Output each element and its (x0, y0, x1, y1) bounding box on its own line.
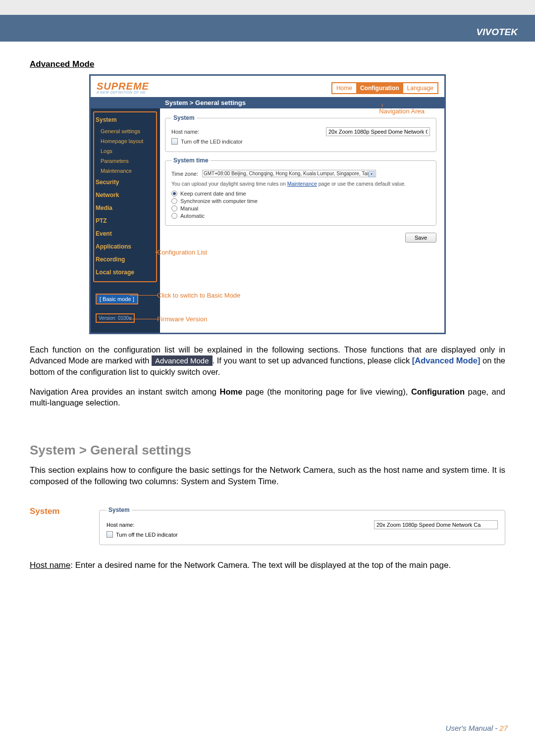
sidebar-item-ptz[interactable]: PTZ (91, 214, 160, 227)
logo-tagline: A NEW DEFINITION OF HD (97, 91, 149, 94)
sidebar-sub-logs[interactable]: Logs (91, 146, 160, 156)
sidebar-sub-general[interactable]: General settings (91, 126, 160, 136)
advanced-mode-badge: Advanced Mode (152, 355, 212, 366)
snippet-host-input[interactable] (374, 520, 498, 529)
sidebar-item-recording[interactable]: Recording (91, 253, 160, 266)
radio-sync[interactable] (171, 198, 177, 204)
host-name-label: Host name: (171, 129, 199, 135)
top-bar (0, 0, 535, 15)
brand-bar (0, 15, 535, 41)
paragraph-3: This section explains how to configure t… (30, 465, 505, 488)
logo: SUPREME A NEW DEFINITION OF HD (97, 81, 149, 94)
timezone-select[interactable]: GMT+08:00 Beijing, Chongqing, Hong Kong,… (202, 170, 376, 177)
sidebar-sub-parameters[interactable]: Parameters (91, 156, 160, 166)
save-button[interactable]: Save (405, 233, 436, 243)
brand-name: VIVOTEK (477, 27, 518, 38)
system-time-legend: System time (171, 157, 211, 164)
radio-manual-label: Manual (180, 205, 198, 211)
breadcrumb: System > General settings (91, 97, 444, 108)
led-checkbox[interactable] (171, 138, 178, 145)
firmware-version: Version: 0100e (96, 313, 135, 323)
annotation-line-2 (155, 252, 159, 252)
maintenance-link[interactable]: Maintenance (287, 181, 317, 187)
system-snippet: System Host name: Turn off the LED indic… (99, 506, 505, 545)
annotation-config-list: Configuration List (157, 249, 207, 256)
config-screenshot: SUPREME A NEW DEFINITION OF HD Home Conf… (89, 74, 446, 334)
divider (0, 41, 535, 42)
system-time-fieldset: System time Time zone: GMT+08:00 Beijing… (165, 157, 436, 226)
annotation-basic-mode: Click to switch to Basic Mode (157, 292, 240, 299)
sidebar: System General settings Homepage layout … (91, 108, 160, 333)
heading-system-general: System > General settings (30, 443, 505, 458)
dst-note: You can upload your daylight saving time… (171, 180, 430, 188)
sidebar-sub-homepage[interactable]: Homepage layout (91, 136, 160, 146)
timezone-label: Time zone: (171, 171, 198, 177)
system-fieldset: System Host name: Turn off the LED indic… (165, 114, 436, 152)
system-legend: System (171, 114, 197, 121)
nav-links: Home Configuration Language (331, 82, 438, 94)
nav-home[interactable]: Home (332, 83, 356, 93)
annotation-firmware: Firmware Version (157, 315, 207, 323)
radio-keep[interactable] (171, 191, 177, 197)
annotation-line-4 (129, 319, 158, 319)
annotation-line-3 (129, 295, 158, 296)
nav-language[interactable]: Language (403, 83, 437, 93)
snippet-led-label: Turn off the LED indicator (116, 532, 178, 538)
host-name-input[interactable] (326, 127, 430, 136)
sidebar-item-security[interactable]: Security (91, 176, 160, 189)
timezone-value: GMT+08:00 Beijing, Chongqing, Hong Kong,… (204, 171, 374, 176)
annotation-line (382, 103, 382, 107)
annotation-nav-area: Navigation Area (379, 107, 425, 115)
snippet-led-checkbox[interactable] (107, 531, 113, 538)
section-title: Advanced Mode (30, 59, 505, 69)
snippet-host-label: Host name: (107, 522, 134, 528)
snippet-legend: System (107, 506, 132, 513)
sidebar-sub-maintenance[interactable]: Maintenance (91, 166, 160, 176)
sidebar-item-localstorage[interactable]: Local storage (91, 266, 160, 279)
sub-heading-system: System (30, 506, 99, 516)
radio-auto[interactable] (171, 213, 177, 219)
sidebar-item-network[interactable]: Network (91, 189, 160, 202)
logo-text: SUPREME (97, 81, 149, 92)
sidebar-item-event[interactable]: Event (91, 227, 160, 240)
paragraph-4: Host name: Enter a desired name for the … (30, 560, 505, 571)
nav-configuration[interactable]: Configuration (356, 83, 403, 93)
sidebar-item-applications[interactable]: Applications (91, 240, 160, 253)
paragraph-1: Each function on the configuration list … (30, 344, 505, 377)
led-label: Turn off the LED indicator (181, 139, 243, 145)
main-panel: Navigation Area System Host name: Turn o… (160, 108, 444, 333)
chevron-down-icon: ▾ (369, 171, 374, 177)
radio-auto-label: Automatic (180, 213, 205, 219)
radio-manual[interactable] (171, 205, 177, 211)
radio-keep-label: Keep current date and time (180, 191, 246, 197)
sidebar-item-system[interactable]: System (91, 113, 160, 126)
paragraph-2: Navigation Area provides an instant swit… (30, 386, 505, 408)
sidebar-item-media[interactable]: Media (91, 202, 160, 214)
footer: User's Manual - 27 (446, 724, 508, 732)
radio-sync-label: Synchronize with computer time (180, 198, 258, 204)
